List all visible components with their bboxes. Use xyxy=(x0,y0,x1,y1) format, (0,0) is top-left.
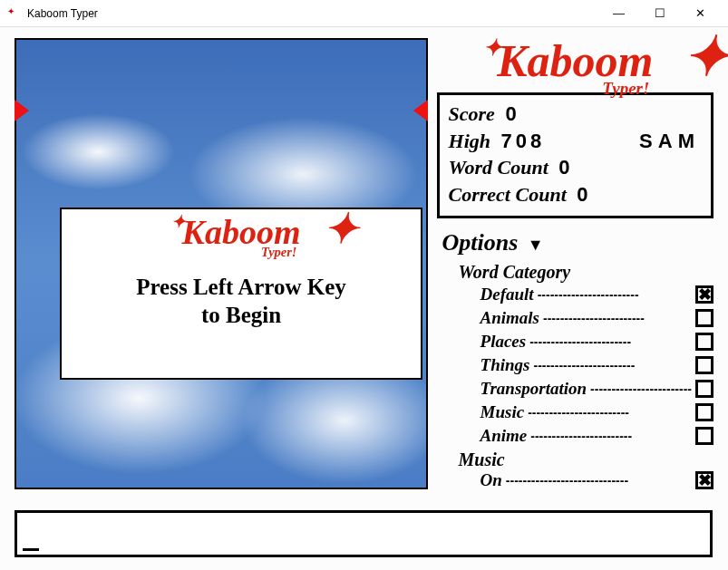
music-on-row[interactable]: On ----------------------------- ✖ xyxy=(480,470,713,491)
category-row-animals[interactable]: Animals------------------------ xyxy=(480,306,713,330)
correct-count-value: 0 xyxy=(577,183,591,206)
logo-header: ✦ Kaboom ✦ Typer! xyxy=(497,38,653,97)
sparkle-icon: ✦ xyxy=(684,30,728,84)
logo-card: ✦ Kaboom ✦ Typer! xyxy=(182,215,301,258)
high-name: SAM xyxy=(639,128,700,155)
category-label: Things xyxy=(480,355,530,375)
category-checkbox[interactable]: ✖ xyxy=(695,285,713,304)
start-card: ✦ Kaboom ✦ Typer! Press Left Arrow Key t… xyxy=(60,208,422,380)
category-label: Anime xyxy=(480,426,528,446)
sparkle-icon: ✦ xyxy=(171,213,186,230)
left-arrow-icon xyxy=(15,100,29,121)
close-button[interactable]: ✕ xyxy=(680,0,721,27)
minimize-button[interactable]: — xyxy=(598,0,639,27)
typing-input[interactable] xyxy=(15,510,713,557)
category-checkbox[interactable] xyxy=(695,403,713,421)
music-label: Music xyxy=(459,449,713,470)
music-on-label: On xyxy=(480,470,502,490)
category-label: Animals xyxy=(480,308,539,328)
category-label: Transportation xyxy=(480,379,587,399)
category-row-places[interactable]: Places------------------------ xyxy=(480,330,713,353)
category-row-music[interactable]: Music------------------------ xyxy=(480,401,713,424)
category-checkbox[interactable] xyxy=(695,380,713,398)
start-prompt: Press Left Arrow Key to Begin xyxy=(62,273,421,330)
right-panel: ✦ Kaboom ✦ Typer! Score 0 High 708 SAM W… xyxy=(437,38,713,491)
word-category-label: Word Category xyxy=(459,262,713,283)
category-row-default[interactable]: Default------------------------✖ xyxy=(480,283,713,306)
music-checkbox[interactable]: ✖ xyxy=(695,471,713,489)
chevron-down-icon: ▼ xyxy=(528,236,544,254)
app-body: ✦ Kaboom ✦ Typer! Press Left Arrow Key t… xyxy=(0,27,728,570)
category-checkbox[interactable] xyxy=(695,427,713,445)
category-label: Places xyxy=(480,332,527,352)
category-label: Default xyxy=(480,285,534,304)
correct-count-label: Correct Count xyxy=(449,183,567,206)
category-label: Music xyxy=(480,402,525,422)
category-row-things[interactable]: Things------------------------ xyxy=(480,353,713,377)
category-row-anime[interactable]: Anime------------------------ xyxy=(480,424,713,448)
window-title: Kaboom Typer xyxy=(27,7,598,20)
score-panel: Score 0 High 708 SAM Word Count 0 Correc… xyxy=(437,92,713,218)
text-cursor xyxy=(23,548,39,551)
sparkle-icon: ✦ xyxy=(483,36,502,59)
options-header[interactable]: Options ▼ xyxy=(442,229,713,256)
right-arrow-icon xyxy=(413,100,428,121)
word-count-label: Word Count xyxy=(449,156,548,179)
category-row-transportation[interactable]: Transportation------------------------ xyxy=(480,377,713,401)
category-checkbox[interactable] xyxy=(695,333,713,351)
high-value: 708 xyxy=(501,130,546,152)
category-list: Default------------------------✖Animals-… xyxy=(437,283,713,448)
maximize-button[interactable]: ☐ xyxy=(639,0,680,27)
game-area[interactable]: ✦ Kaboom ✦ Typer! Press Left Arrow Key t… xyxy=(15,38,428,489)
category-checkbox[interactable] xyxy=(695,309,713,327)
high-label: High xyxy=(449,130,490,152)
titlebar: ✦ Kaboom Typer — ☐ ✕ xyxy=(0,0,728,27)
score-label: Score xyxy=(449,102,495,125)
category-checkbox[interactable] xyxy=(695,356,713,374)
app-icon: ✦ xyxy=(7,6,22,21)
sparkle-icon: ✦ xyxy=(324,208,358,250)
score-value: 0 xyxy=(505,102,519,125)
word-count-value: 0 xyxy=(558,156,573,179)
